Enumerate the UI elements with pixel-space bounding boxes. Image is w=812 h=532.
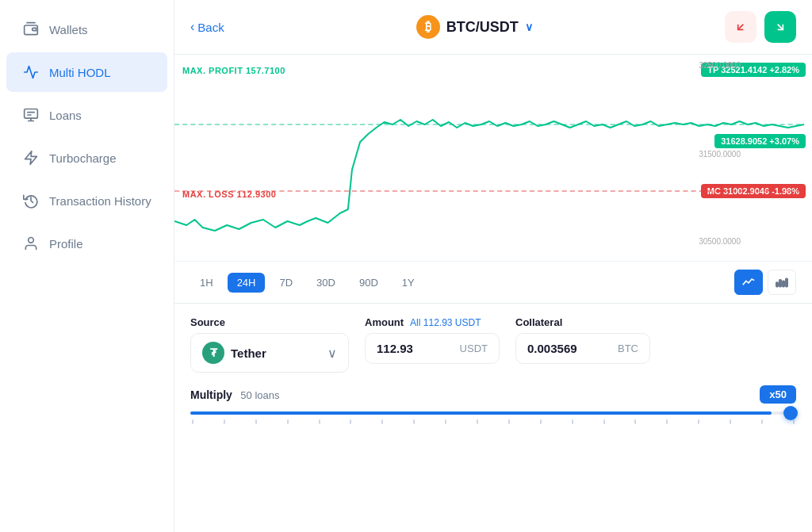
source-group: Source ₮ Tether ∨ [190,316,349,373]
svg-line-4 [778,25,783,30]
tick [445,419,446,424]
main-content: ‹ Back ₿ BTC/USDT ∨ MAX. PROF [174,0,812,532]
tick [413,419,415,424]
select-inner: ₮ Tether [202,342,266,364]
history-icon [22,192,40,209]
svg-line-3 [738,25,744,30]
btc-icon: ₿ [416,15,440,39]
tether-icon: ₮ [202,342,224,364]
price-chart [174,55,804,261]
sidebar-item-multi-hodl[interactable]: Multi HODL [6,52,167,92]
svg-rect-10 [786,278,787,286]
form-row: Source ₮ Tether ∨ Amount All 112.93 USDT… [190,316,796,373]
slider-fill [190,411,772,415]
tick [508,419,510,424]
multiply-badge: x50 [760,385,796,404]
collateral-label: Collateral [515,316,650,328]
collateral-group: Collateral 0.003569 BTC [515,316,650,364]
sidebar-label-profile: Profile [49,237,83,251]
sidebar-item-wallets[interactable]: Wallets [6,10,167,49]
sidebar-label-transaction-history: Transaction History [49,194,151,208]
header: ‹ Back ₿ BTC/USDT ∨ [174,0,812,55]
sidebar-item-profile[interactable]: Profile [6,224,167,263]
tick [381,419,383,424]
chevron-down-icon: ∨ [327,346,337,361]
time-btn-30d[interactable]: 30D [307,273,345,293]
bottom-panel: Source ₮ Tether ∨ Amount All 112.93 USDT… [174,303,812,437]
collateral-value: 0.003569 [527,342,577,355]
sidebar: Wallets Multi HODL Loans Turbocharge [0,0,174,532]
bar-chart-btn[interactable] [768,270,796,295]
tick [793,419,795,424]
tick [540,419,542,424]
turbo-icon [22,149,40,166]
slider-track[interactable] [190,411,796,415]
profile-icon [22,235,40,252]
sidebar-label-wallets: Wallets [49,23,88,36]
tick [634,419,636,424]
time-btn-1y[interactable]: 1Y [393,273,424,293]
pair-chevron-icon: ∨ [525,21,533,33]
tick [477,419,478,424]
source-select[interactable]: ₮ Tether ∨ [190,333,349,373]
multiply-row: Multiply 50 loans x50 [190,385,796,404]
sell-button[interactable] [725,11,756,43]
back-label: Back [197,21,224,34]
back-button[interactable]: ‹ Back [190,20,224,34]
tick [319,419,320,424]
svg-rect-1 [25,109,38,119]
multiply-label-text: Multiply [190,388,232,401]
svg-point-2 [29,238,34,243]
slider-ticks [190,419,796,424]
back-chevron-icon: ‹ [190,20,194,34]
time-btn-24h[interactable]: 24H [228,273,266,293]
tick [603,419,605,424]
sidebar-label-loans: Loans [49,109,82,122]
tick [255,419,257,424]
amount-group: Amount All 112.93 USDT 112.93 USDT [365,316,500,364]
pair-selector[interactable]: ₿ BTC/USDT ∨ [416,15,533,39]
time-btn-1h[interactable]: 1H [190,273,223,293]
tick [666,419,668,424]
source-label: Source [190,316,349,328]
header-actions [725,11,796,43]
time-selector: 1H 24H 7D 30D 90D 1Y [174,261,812,303]
amount-label: Amount [365,316,404,328]
line-chart-btn[interactable] [734,270,763,295]
sidebar-label-multi-hodl: Multi HODL [49,66,111,79]
tick [698,419,699,424]
svg-rect-9 [783,281,784,286]
amount-currency: USDT [460,343,488,354]
collateral-currency: BTC [618,343,638,354]
sidebar-item-turbocharge[interactable]: Turbocharge [6,138,167,178]
sidebar-item-transaction-history[interactable]: Transaction History [6,181,167,220]
sidebar-item-loans[interactable]: Loans [6,95,167,135]
time-periods: 1H 24H 7D 30D 90D 1Y [190,273,424,293]
tick [192,419,193,424]
svg-rect-8 [779,280,781,287]
collateral-input[interactable]: 0.003569 BTC [515,333,650,364]
buy-button[interactable] [764,11,796,43]
multiply-label: Multiply 50 loans [190,388,280,402]
pair-label: BTC/USDT [446,19,519,36]
tick [761,419,763,424]
amount-input[interactable]: 112.93 USDT [365,333,500,364]
tick [572,419,573,424]
amount-value: 112.93 [377,342,413,355]
chart-container: MAX. PROFIT 157.7100 MAX. LOSS 112.9300 … [174,55,812,261]
slider-thumb[interactable] [783,406,798,420]
tick [730,419,731,424]
chart-icon [22,63,40,81]
time-btn-7d[interactable]: 7D [270,273,302,293]
source-value: Tether [231,346,266,360]
tick [350,419,351,424]
time-btn-90d[interactable]: 90D [350,273,388,293]
amount-label-row: Amount All 112.93 USDT [365,316,500,328]
loans-icon [22,106,40,124]
tick [224,419,225,424]
multiply-sub-label: 50 loans [240,389,279,401]
tick [287,419,289,424]
wallet-icon [22,21,40,38]
chart-type-buttons [734,270,796,295]
svg-rect-7 [776,282,778,287]
